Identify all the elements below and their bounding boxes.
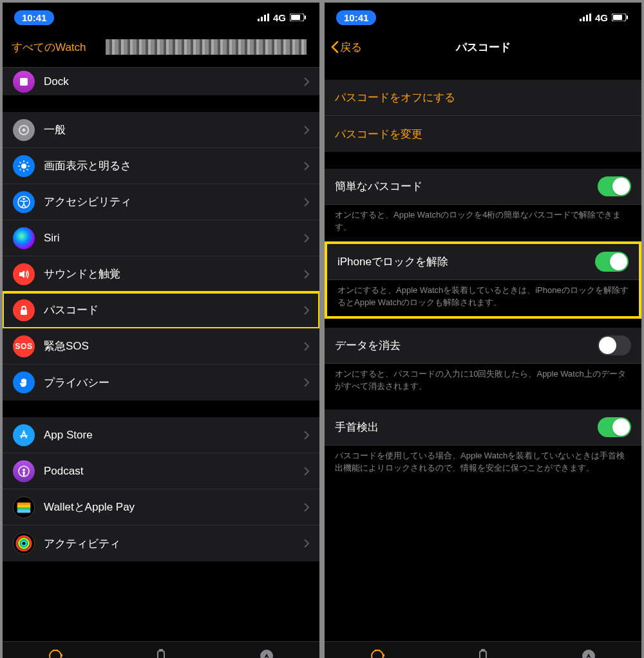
censored-title — [106, 39, 307, 55]
chevron-right-icon — [304, 467, 309, 476]
nav-back-button[interactable]: 戻る — [331, 40, 362, 55]
signal-icon — [258, 14, 269, 21]
row-simple-passcode[interactable]: 簡単なパスコード — [325, 169, 641, 205]
footer-unlock: オンにすると、Apple Watchを装着しているときは、iPhoneのロックを… — [327, 280, 639, 317]
highlighted-section: iPhoneでロックを解除 オンにすると、Apple Watchを装着していると… — [325, 241, 641, 319]
nav-title: パスコード — [456, 40, 511, 55]
footer-wrist: パスコードを使用している場合、Apple Watchを装着していないときは手首検… — [325, 446, 641, 482]
footer-erase: オンにすると、パスコードの入力に10回失敗したら、Apple Watch上のデー… — [325, 364, 641, 400]
row-appstore[interactable]: App Store — [3, 417, 319, 453]
svg-rect-43 — [627, 15, 628, 19]
row-label: 画面表示と明るさ — [44, 158, 304, 173]
sos-text: SOS — [15, 342, 33, 351]
row-display[interactable]: 画面表示と明るさ — [3, 148, 319, 184]
svg-rect-1 — [261, 17, 263, 21]
row-wrist-detection[interactable]: 手首検出 — [325, 409, 641, 446]
battery-icon — [612, 14, 629, 21]
right-screenshot: 10:41 4G 戻る パスコード パスコードをオフにする パスコードを変更 — [325, 3, 641, 658]
svg-rect-3 — [267, 14, 269, 21]
network-label: 4G — [273, 12, 286, 23]
row-label: iPhoneでロックを解除 — [337, 254, 595, 269]
row-activity[interactable]: アクティビティ — [3, 525, 319, 561]
chevron-right-icon — [304, 234, 309, 243]
row-wallet[interactable]: WalletとApple Pay — [3, 489, 319, 525]
tab-mywatch[interactable]: マイウォッチ — [325, 642, 430, 658]
toggle-erase-data[interactable] — [598, 335, 631, 355]
scroll-area[interactable]: パスコードをオフにする パスコードを変更 簡単なパスコード オンにすると、App… — [325, 63, 641, 658]
toggle-unlock-iphone[interactable] — [595, 252, 629, 272]
row-label: データを消去 — [335, 338, 598, 353]
toggle-simple-passcode[interactable] — [598, 176, 631, 196]
chevron-left-icon — [331, 41, 339, 53]
brightness-icon — [13, 155, 35, 177]
tab-bar: マイウォッチ 文字盤ギャラリー 見つける — [3, 641, 319, 658]
svg-rect-32 — [61, 654, 62, 657]
sos-icon: SOS — [13, 335, 35, 357]
watch-icon — [47, 648, 64, 658]
row-label: Podcast — [44, 465, 304, 478]
gear-icon — [13, 119, 35, 141]
chevron-right-icon — [304, 270, 309, 279]
chevron-right-icon — [304, 126, 309, 135]
row-unlock-with-iphone[interactable]: iPhoneでロックを解除 — [327, 244, 639, 280]
accessibility-icon — [13, 191, 35, 213]
compass-icon — [580, 648, 597, 658]
status-bar: 10:41 4G — [3, 3, 319, 31]
svg-rect-45 — [383, 654, 384, 657]
row-general[interactable]: 一般 — [3, 112, 319, 148]
tab-gallery[interactable]: 文字盤ギャラリー — [430, 642, 536, 658]
network-label: 4G — [595, 12, 608, 23]
lock-icon — [13, 299, 35, 321]
chevron-right-icon — [304, 431, 309, 440]
tab-mywatch[interactable]: マイウォッチ — [3, 642, 108, 658]
speaker-icon — [13, 263, 35, 285]
gallery-icon — [153, 648, 169, 658]
row-siri[interactable]: Siri — [3, 220, 319, 256]
scroll-area[interactable]: Dock 一般 画面表示と明るさ — [3, 63, 319, 658]
tab-bar: マイウォッチ 文字盤ギャラリー 見つける — [325, 641, 641, 658]
svg-point-23 — [23, 469, 25, 471]
nav-bar: 戻る パスコード — [325, 31, 641, 63]
signal-icon — [580, 14, 591, 21]
status-right: 4G — [580, 12, 629, 23]
nav-back-all-watch[interactable]: すべてのWatch — [12, 40, 86, 55]
row-label: アクティビティ — [44, 536, 304, 551]
row-dock[interactable]: Dock — [3, 67, 319, 95]
tab-find[interactable]: 見つける — [536, 642, 641, 658]
row-erase-data[interactable]: データを消去 — [325, 328, 641, 364]
row-label: パスコードをオフにする — [335, 90, 631, 105]
podcast-icon — [13, 460, 35, 482]
tab-gallery[interactable]: 文字盤ギャラリー — [108, 642, 214, 658]
tab-find[interactable]: 見つける — [214, 642, 319, 658]
svg-line-17 — [20, 169, 21, 170]
row-change-passcode[interactable]: パスコードを変更 — [325, 116, 641, 152]
svg-rect-0 — [258, 19, 260, 21]
gallery-icon — [475, 648, 491, 658]
status-bar: 10:41 4G — [325, 3, 641, 31]
wallet-icon — [13, 496, 35, 518]
svg-rect-47 — [481, 649, 485, 650]
row-label: 緊急SOS — [44, 339, 304, 353]
svg-line-18 — [27, 162, 28, 163]
row-privacy[interactable]: プライバシー — [3, 364, 319, 400]
row-label: アクセシビリティ — [44, 194, 304, 209]
dock-icon — [13, 71, 35, 93]
row-label: プライバシー — [44, 375, 304, 390]
row-accessibility[interactable]: アクセシビリティ — [3, 184, 319, 220]
svg-rect-34 — [159, 649, 163, 650]
row-passcode[interactable]: パスコード — [3, 292, 319, 328]
row-label: WalletとApple Pay — [44, 500, 304, 514]
row-turn-off-passcode[interactable]: パスコードをオフにする — [325, 80, 641, 116]
row-podcast[interactable]: Podcast — [3, 453, 319, 489]
svg-rect-37 — [580, 19, 582, 21]
svg-point-20 — [23, 198, 25, 200]
svg-rect-27 — [17, 509, 31, 512]
hand-icon — [13, 371, 35, 393]
svg-rect-42 — [613, 15, 622, 20]
row-sound[interactable]: サウンドと触覚 — [3, 256, 319, 292]
row-sos[interactable]: SOS 緊急SOS — [3, 328, 319, 364]
left-screenshot: 10:41 4G すべてのWatch Dock — [3, 3, 319, 658]
toggle-wrist-detection[interactable] — [598, 417, 631, 437]
status-right: 4G — [258, 12, 307, 23]
svg-point-10 — [21, 164, 26, 169]
